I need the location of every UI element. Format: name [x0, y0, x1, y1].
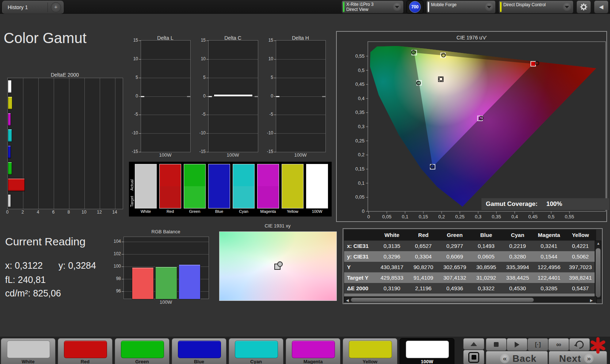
swatch-actual	[160, 164, 181, 186]
gamut-coverage-readout: Gamut Coverage: 100%	[481, 198, 609, 210]
tick-label: 104	[111, 239, 121, 244]
gridline	[209, 59, 258, 60]
value-cell: 0,3135	[376, 241, 408, 251]
svg-text:0,1: 0,1	[402, 214, 408, 219]
vertical-scroll-thumb[interactable]	[595, 248, 601, 298]
value-cell: 0,5062	[565, 251, 596, 262]
svg-text:0,5: 0,5	[358, 68, 365, 73]
patch-button-white[interactable]: White	[1, 338, 56, 364]
patch-label: Blue	[172, 359, 226, 364]
value-cell: 0,6527	[408, 241, 439, 251]
scroll-left-arrow[interactable]: ◀	[345, 298, 350, 302]
scroll-up-arrow[interactable]: ▲	[596, 241, 601, 245]
table-row: Y430,381790,8270302,657930,8595335,39941…	[344, 262, 596, 272]
table-row: x: CIE310,31350,65270,29770,14930,22190,…	[344, 241, 596, 251]
tick-label: 14	[111, 210, 118, 215]
value-cell: 0,4936	[439, 283, 470, 294]
patch-button-green[interactable]: Green	[115, 338, 169, 364]
window-up-button[interactable]	[463, 338, 484, 350]
collapse-panel-button[interactable]: ◀	[594, 0, 609, 14]
actual-target-swatch-strip: Actual Target WhiteRedGreenBlueCyanMagen…	[129, 162, 332, 217]
tick-mark	[139, 78, 141, 78]
reading-marker-circle	[277, 261, 283, 267]
tab-divider	[47, 3, 48, 12]
svg-text:0,25: 0,25	[455, 214, 464, 219]
svg-text:0: 0	[367, 214, 370, 219]
patch-swatch	[121, 341, 164, 358]
swatch-blue	[208, 164, 230, 208]
single-measure-button[interactable]: [·]	[527, 338, 548, 351]
swatch-label: Magenta	[257, 209, 279, 214]
chevron-double-right-icon: »	[584, 354, 594, 363]
stop-icon	[494, 342, 499, 347]
swatch-actual	[306, 164, 328, 186]
value-cell: 0,2977	[439, 241, 470, 251]
tick-label: 15	[127, 38, 138, 43]
add-tab-button[interactable]: +	[51, 2, 61, 12]
svg-text:0: 0	[362, 208, 365, 214]
window-icon	[468, 352, 479, 363]
patch-button-red[interactable]: Red	[58, 338, 113, 364]
back-button[interactable]: « Back	[486, 351, 548, 364]
swatch-label: Cyan	[233, 209, 255, 214]
meter-badge[interactable]: 700	[407, 0, 423, 14]
back-label: Back	[512, 353, 537, 364]
column-header-blue: Blue	[470, 230, 502, 241]
swatch-target	[233, 186, 254, 208]
svg-text:0,55: 0,55	[565, 214, 574, 219]
gridline	[141, 115, 190, 115]
play-icon	[515, 342, 519, 348]
svg-text:0,15: 0,15	[419, 214, 428, 219]
gridline	[69, 78, 69, 209]
tab-history-1[interactable]: History 1 +	[2, 1, 64, 14]
tick-mark	[122, 254, 124, 254]
refresh-button[interactable]	[569, 338, 590, 351]
column-header-green: Green	[439, 230, 470, 241]
current-reading-title: Current Reading	[5, 235, 85, 248]
source-dropdown[interactable]: Mobile Forge	[426, 0, 496, 14]
swatch-actual	[233, 164, 254, 186]
screen: { "topbar": { "tab_label": "History 1", …	[0, 0, 610, 364]
patch-button-blue[interactable]: Blue	[172, 338, 226, 364]
meter-mode-label: Direct View	[346, 7, 368, 12]
tick-mark	[122, 279, 124, 279]
swatch-cyan	[233, 164, 255, 208]
patch-button-magenta[interactable]: Magenta	[286, 338, 340, 364]
value-cell: 30,8595	[470, 262, 502, 272]
deltae-bar-yellow	[8, 96, 12, 110]
tick-mark	[206, 78, 209, 78]
topbar-controls: X-Rite i1Pro 3 Direct View 700 Mobile Fo…	[342, 0, 609, 14]
continuous-measure-button[interactable]: ∞	[548, 338, 569, 351]
tick-mark	[206, 115, 209, 115]
tick-label: -15	[195, 149, 206, 154]
patch-label: Cyan	[229, 359, 283, 364]
horizontal-scroll-thumb[interactable]	[351, 298, 534, 302]
tick-label: 4	[34, 210, 42, 215]
scroll-right-arrow[interactable]: ▶	[589, 298, 594, 302]
patch-button-cyan[interactable]: Cyan	[229, 338, 283, 364]
swatch-label: Red	[159, 209, 181, 214]
value-cell: 398,8241	[565, 272, 596, 283]
display-control-dropdown[interactable]: Direct Display Control	[499, 0, 573, 14]
page-title: Color Gamut	[4, 30, 87, 46]
deltae-bar-green	[8, 162, 12, 175]
play-button[interactable]	[507, 338, 527, 351]
deltae-chart-plot	[7, 78, 123, 209]
patch-button-100w[interactable]: 100W	[400, 338, 454, 364]
tick-label: 0	[195, 93, 206, 99]
gridline	[100, 78, 100, 209]
stop-button[interactable]	[486, 338, 507, 351]
window-mode-button[interactable]	[463, 350, 484, 364]
patch-button-yellow[interactable]: Yellow	[343, 338, 397, 364]
svg-text:0,35: 0,35	[492, 214, 501, 219]
tab-label: History 1	[3, 4, 47, 10]
cie1931-diagram	[219, 231, 337, 301]
patch-label: Yellow	[343, 359, 397, 364]
tick-label: 10	[80, 210, 88, 215]
meter-dropdown[interactable]: X-Rite i1Pro 3 Direct View	[342, 0, 404, 14]
patch-label: Magenta	[286, 359, 340, 364]
svg-text:0,45: 0,45	[528, 214, 537, 219]
column-header-white: White	[376, 230, 408, 241]
svg-text:0,3: 0,3	[358, 124, 365, 129]
settings-button[interactable]	[576, 0, 591, 14]
